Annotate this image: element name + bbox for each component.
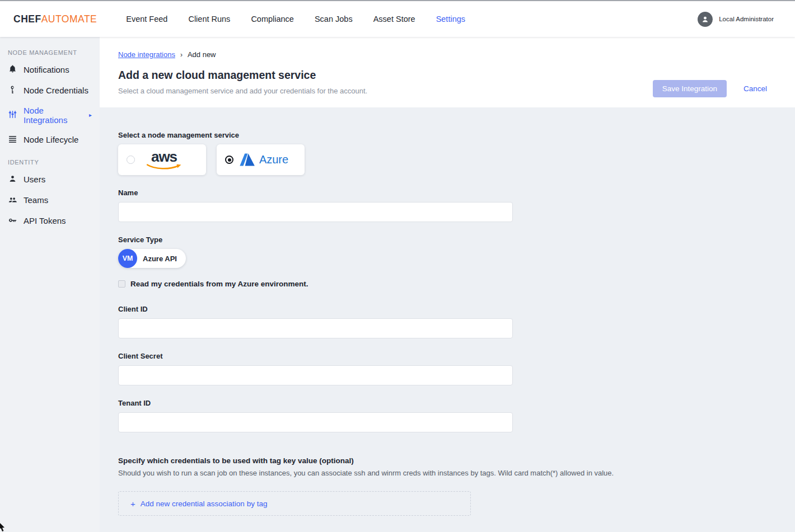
sidebar-item-node-integrations[interactable]: Node Integrations ▸: [0, 101, 100, 129]
cancel-button[interactable]: Cancel: [743, 84, 767, 93]
chef-automate-logo[interactable]: CHEFAUTOMATE: [13, 13, 97, 25]
tag-section-heading: Specify which credentials to be used wit…: [118, 456, 767, 465]
client-id-input[interactable]: [118, 318, 513, 338]
chevron-right-icon: ▸: [89, 112, 92, 118]
name-input[interactable]: [118, 202, 513, 222]
service-type-label: Service Type: [118, 236, 767, 244]
key-vertical-icon: [8, 85, 17, 96]
aws-radio[interactable]: [127, 156, 135, 164]
client-secret-label: Client Secret: [118, 352, 767, 360]
sidebar-item-node-credentials[interactable]: Node Credentials: [0, 80, 100, 101]
sidebar-item-teams[interactable]: Teams: [0, 190, 100, 210]
add-credential-association-button[interactable]: + Add new credential association by tag: [118, 491, 471, 516]
sidebar-section-title: NODE MANAGEMENT: [0, 45, 100, 59]
sidebar-item-label: API Tokens: [24, 216, 66, 225]
breadcrumb: Node integrations › Add new: [118, 50, 767, 59]
people-icon: [8, 195, 17, 206]
logo-automate-text: AUTOMATE: [41, 13, 97, 25]
sidebar-item-label: Node Lifecycle: [24, 135, 78, 144]
nav-scan-jobs[interactable]: Scan Jobs: [315, 15, 353, 23]
tag-section-description: Should you wish to run a scan job on the…: [118, 469, 767, 477]
read-credentials-checkbox[interactable]: [118, 280, 125, 288]
main-content: Node integrations › Add new Add a new cl…: [100, 37, 795, 532]
tenant-id-input[interactable]: [118, 412, 513, 432]
nav-event-feed[interactable]: Event Feed: [126, 15, 167, 23]
top-nav-links: Event Feed Client Runs Compliance Scan J…: [126, 15, 465, 23]
user-menu[interactable]: Local Administrator: [698, 12, 774, 27]
mouse-cursor-icon: [0, 522, 6, 532]
client-id-label: Client ID: [118, 305, 767, 313]
nav-asset-store[interactable]: Asset Store: [373, 15, 415, 23]
read-credentials-label: Read my credentials from my Azure enviro…: [130, 280, 308, 288]
service-cards: aws Azure: [118, 144, 767, 175]
bell-icon: [8, 64, 17, 76]
tag-credentials-section: Specify which credentials to be used wit…: [118, 456, 767, 516]
tenant-id-field-block: Tenant ID: [118, 399, 767, 432]
sidebar-item-label: Node Integrations: [24, 106, 82, 125]
person-icon: [8, 174, 17, 185]
sidebar-item-users[interactable]: Users: [0, 169, 100, 190]
azure-logo-icon: Azure: [239, 153, 291, 166]
client-id-field-block: Client ID: [118, 305, 767, 338]
integration-form: Select a node management service aws: [100, 107, 795, 532]
sliders-icon: [8, 110, 17, 121]
logo-chef-text: CHEF: [13, 13, 41, 25]
page-actions: Save Integration Cancel: [653, 80, 767, 97]
sidebar-section-node-management: NODE MANAGEMENT Notifications Node Crede…: [0, 45, 100, 150]
name-label: Name: [118, 189, 767, 197]
key-horizontal-icon: [8, 215, 17, 227]
user-avatar-icon: [698, 12, 713, 27]
page-header: Node integrations › Add new Add a new cl…: [100, 37, 795, 107]
aws-logo-icon: aws: [147, 149, 186, 171]
sidebar-item-label: Users: [24, 175, 45, 184]
user-name-label: Local Administrator: [719, 16, 774, 22]
vm-badge: VM: [118, 249, 137, 268]
sidebar-item-node-lifecycle[interactable]: Node Lifecycle: [0, 129, 100, 150]
sidebar-item-label: Notifications: [24, 65, 69, 74]
top-nav-bar: CHEFAUTOMATE Event Feed Client Runs Comp…: [0, 1, 795, 37]
service-type-pill-label: Azure API: [137, 255, 186, 263]
sidebar-item-label: Teams: [24, 195, 48, 205]
breadcrumb-node-integrations-link[interactable]: Node integrations: [118, 50, 175, 59]
client-secret-field-block: Client Secret: [118, 352, 767, 385]
azure-service-card[interactable]: Azure: [217, 144, 305, 175]
sidebar-item-notifications[interactable]: Notifications: [0, 59, 100, 80]
breadcrumb-current: Add new: [188, 50, 216, 59]
tenant-id-label: Tenant ID: [118, 399, 767, 407]
chef-automate-app: CHEFAUTOMATE Event Feed Client Runs Comp…: [0, 0, 795, 532]
service-select-label: Select a node management service: [118, 131, 767, 139]
sidebar-section-identity: IDENTITY Users Teams API Tokens: [0, 154, 100, 231]
plus-icon: +: [130, 499, 135, 509]
sidebar-item-api-tokens[interactable]: API Tokens: [0, 210, 100, 231]
nav-compliance[interactable]: Compliance: [251, 15, 294, 23]
azure-radio[interactable]: [225, 156, 233, 164]
settings-sidebar: NODE MANAGEMENT Notifications Node Crede…: [0, 37, 100, 532]
nav-client-runs[interactable]: Client Runs: [188, 15, 230, 23]
sidebar-item-label: Node Credentials: [24, 86, 88, 95]
service-type-pill[interactable]: VM Azure API: [118, 249, 186, 268]
list-icon: [8, 134, 17, 145]
read-credentials-row: Read my credentials from my Azure enviro…: [118, 280, 767, 288]
service-type-block: Service Type VM Azure API: [118, 236, 767, 268]
nav-settings[interactable]: Settings: [436, 15, 465, 23]
save-integration-button[interactable]: Save Integration: [653, 80, 727, 97]
breadcrumb-separator-icon: ›: [180, 51, 183, 59]
name-field-block: Name: [118, 189, 767, 222]
aws-service-card[interactable]: aws: [118, 144, 206, 175]
add-credential-association-label: Add new credential association by tag: [141, 500, 268, 508]
sidebar-section-title: IDENTITY: [0, 154, 100, 169]
client-secret-input[interactable]: [118, 365, 513, 385]
